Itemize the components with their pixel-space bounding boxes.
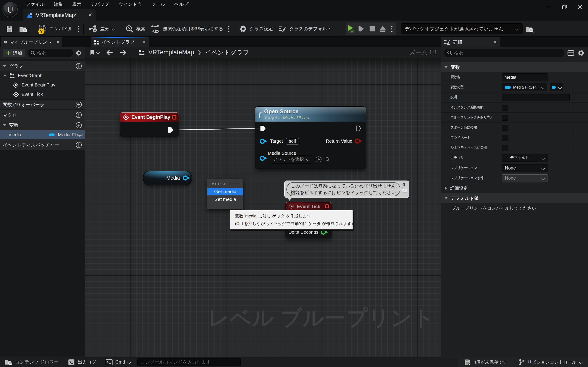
- blueprint-readonly-checkbox[interactable]: [502, 115, 508, 121]
- variable-type-dropdown[interactable]: Media Player: [502, 83, 547, 91]
- target-self-value[interactable]: self: [286, 138, 299, 144]
- class-settings-button[interactable]: クラス設定: [236, 23, 276, 35]
- my-blueprint-settings-gear-icon[interactable]: [75, 50, 82, 56]
- event-graph-tab-close-icon[interactable]: ✕: [138, 40, 146, 45]
- unsaved-assets-button[interactable]: 4個が未保存です: [458, 357, 513, 367]
- breadcrumb-graph[interactable]: イベントグラフ: [205, 48, 249, 57]
- menu-item-get-media[interactable]: Get media: [208, 188, 243, 195]
- console-command-input[interactable]: コンソールコマンドを入力します: [137, 358, 241, 366]
- asset-tab-close-icon[interactable]: ✕: [88, 12, 92, 18]
- exec-out-pin[interactable]: [355, 125, 362, 132]
- tab-event-graph[interactable]: イベントグラフ ✕: [91, 37, 149, 47]
- exec-out-pin[interactable]: [168, 127, 174, 133]
- private-checkbox[interactable]: [502, 135, 508, 141]
- container-type-dropdown[interactable]: [550, 83, 563, 91]
- class-defaults-button[interactable]: クラスのデフォルト: [276, 23, 334, 35]
- content-drawer-button[interactable]: コンテンツ ドロワー: [0, 357, 63, 367]
- add-graph-button[interactable]: [75, 63, 82, 69]
- stop-button[interactable]: [367, 23, 377, 35]
- node-open-source[interactable]: f Open Source Target is Media Player: [255, 107, 366, 169]
- find-button[interactable]: 検索: [122, 23, 148, 35]
- debug-object-dropdown[interactable]: デバッグオブジェクトが選択されていません: [401, 23, 523, 34]
- menu-file[interactable]: ファイル: [21, 0, 49, 8]
- menu-view[interactable]: 表示: [68, 0, 86, 8]
- section-functions[interactable]: 関数 (19 オーバーライド可能): [0, 100, 85, 109]
- instance-editable-checkbox[interactable]: [502, 105, 508, 110]
- details-settings-gear-icon[interactable]: [578, 49, 585, 57]
- browse-asset-button[interactable]: [325, 156, 331, 162]
- tab-details[interactable]: 詳細 ✕: [441, 37, 500, 47]
- node-event-beginplay[interactable]: Event BeginPlay: [120, 112, 179, 136]
- add-variable-button[interactable]: [75, 122, 82, 129]
- delta-seconds-pin-icon[interactable]: [321, 229, 329, 235]
- compile-button[interactable]: ? コンパイル: [35, 23, 76, 35]
- eye-closed-icon[interactable]: [76, 132, 83, 137]
- my-blueprint-tab-close-icon[interactable]: ✕: [52, 40, 60, 45]
- asset-tab-vrtemplatemap[interactable]: VRTemplateMap* ✕: [23, 9, 95, 21]
- debug-browse-button[interactable]: [523, 23, 537, 35]
- breadcrumb-map[interactable]: VRTemplateMap: [148, 49, 194, 56]
- add-button[interactable]: 追加: [3, 49, 25, 57]
- window-close-button[interactable]: [572, 0, 588, 13]
- expose-on-spawn-checkbox[interactable]: [502, 125, 508, 131]
- diff-button[interactable]: 差分: [86, 23, 118, 35]
- menu-window[interactable]: ウィンドウ: [114, 0, 147, 8]
- menu-item-set-media[interactable]: Set media: [208, 195, 243, 203]
- graph-canvas[interactable]: レベル ブループリント Event BeginPlay: [85, 58, 441, 357]
- graph-options-kebab[interactable]: [226, 25, 232, 33]
- media-out-pin-icon[interactable]: [183, 175, 190, 181]
- section-event-dispatchers[interactable]: イベントディスパッチャー: [0, 140, 85, 150]
- tab-my-blueprint[interactable]: マイブループリント ✕: [1, 37, 62, 47]
- hide-unrelated-button[interactable]: 無関係な項目を非表示にする: [148, 23, 226, 35]
- pushpin-icon[interactable]: [402, 182, 407, 188]
- target-pin-icon[interactable]: [259, 139, 267, 144]
- asset-select-dropdown[interactable]: アセットを選択: [270, 155, 312, 164]
- section-graphs[interactable]: グラフ: [0, 61, 85, 71]
- save-button[interactable]: [3, 23, 16, 35]
- media-source-pin-icon[interactable]: [259, 156, 267, 161]
- window-minimize-button[interactable]: [541, 0, 557, 13]
- add-function-button[interactable]: [75, 101, 82, 108]
- revision-control-button[interactable]: リビジョンコントロール: [513, 357, 588, 367]
- nav-forward-button[interactable]: [120, 49, 127, 56]
- expose-to-cinematics-checkbox[interactable]: [502, 145, 508, 151]
- play-options-kebab[interactable]: [388, 23, 396, 35]
- menu-help[interactable]: ヘルプ: [170, 0, 193, 8]
- details-search-input[interactable]: 検索: [444, 49, 564, 57]
- compile-options-kebab[interactable]: [76, 25, 81, 33]
- tree-item-eventgraph[interactable]: EventGraph: [0, 71, 85, 80]
- variable-name-input[interactable]: media: [502, 73, 548, 81]
- tree-item-event-tick[interactable]: Event Tick: [0, 90, 85, 99]
- nav-back-button[interactable]: [106, 49, 113, 56]
- details-tab-close-icon[interactable]: ✕: [489, 40, 497, 45]
- window-restore-button[interactable]: [557, 0, 572, 13]
- play-vr-button[interactable]: [346, 23, 356, 35]
- cmd-dropdown[interactable]: Cmd: [101, 357, 136, 367]
- description-input[interactable]: [502, 94, 570, 101]
- variable-row-media[interactable]: media Media Player: [0, 130, 85, 140]
- return-value-pin-icon[interactable]: [355, 138, 363, 144]
- section-default-value-header[interactable]: デフォルト値: [441, 193, 588, 203]
- frame-skip-button[interactable]: [356, 23, 367, 35]
- exec-in-pin[interactable]: [260, 125, 266, 132]
- category-combo[interactable]: デフォルト: [502, 154, 548, 162]
- bookmarks-dropdown[interactable]: [90, 49, 100, 56]
- my-blueprint-search-input[interactable]: 検索: [27, 49, 73, 57]
- menu-debug[interactable]: デバッグ: [86, 0, 114, 8]
- add-event-dispatcher-button[interactable]: [75, 142, 82, 148]
- eject-button[interactable]: [377, 23, 388, 35]
- add-macro-button[interactable]: [75, 111, 82, 118]
- section-variables[interactable]: 変数: [0, 120, 85, 130]
- browse-asset-button[interactable]: [16, 23, 30, 35]
- tree-item-event-beginplay[interactable]: Event BeginPlay: [0, 80, 85, 90]
- section-variable-header[interactable]: 変数: [441, 62, 588, 72]
- property-matrix-icon[interactable]: [567, 50, 574, 56]
- section-macros[interactable]: マクロ: [0, 110, 85, 120]
- advanced-settings-expander[interactable]: 詳細設定: [441, 183, 588, 193]
- replication-dropdown[interactable]: None: [502, 164, 548, 172]
- use-selected-asset-button[interactable]: [316, 156, 321, 162]
- node-media-getter[interactable]: Media: [143, 171, 192, 185]
- output-log-button[interactable]: 出力ログ: [63, 357, 101, 367]
- menu-tools[interactable]: ツール: [147, 0, 170, 8]
- menu-edit[interactable]: 編集: [49, 0, 68, 8]
